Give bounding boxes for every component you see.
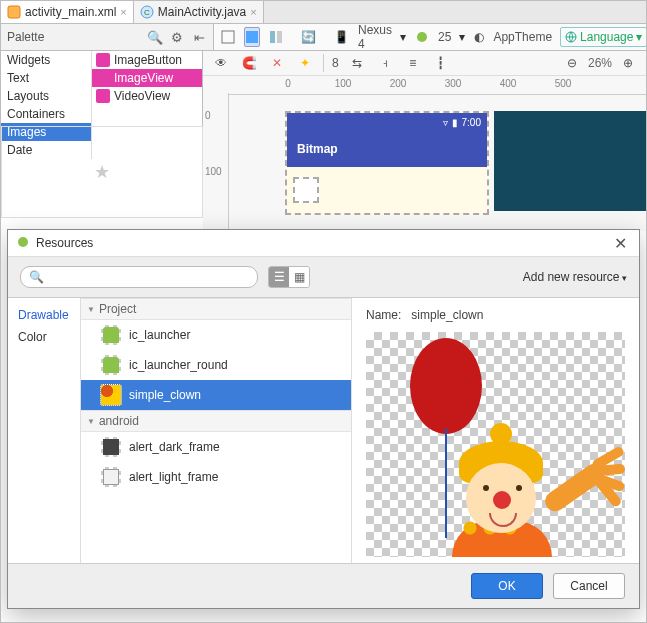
palette-cat-containers[interactable]: Containers xyxy=(1,105,91,123)
java-file-icon: C xyxy=(140,5,154,19)
api-selector[interactable]: 25 xyxy=(438,30,451,44)
add-new-resource[interactable]: Add new resource xyxy=(523,270,627,284)
group-header-project[interactable]: ▼Project xyxy=(81,298,351,320)
preview-name-value: simple_clown xyxy=(411,308,483,322)
android-icon xyxy=(414,27,430,47)
drawable-thumb-icon xyxy=(101,437,121,457)
resource-row[interactable]: alert_light_frame xyxy=(81,462,351,492)
dialog-footer: OK Cancel xyxy=(8,563,639,608)
app-icon xyxy=(16,235,30,252)
clown-nose xyxy=(493,491,511,509)
blueprint-preview[interactable] xyxy=(494,111,647,211)
resource-type-list: Drawable Color xyxy=(8,298,81,563)
app-title: Bitmap xyxy=(297,142,338,156)
resource-row[interactable]: ic_launcher xyxy=(81,320,351,350)
palette-item-imageview[interactable]: ImageView xyxy=(92,69,202,87)
resources-dialog: Resources ✕ 🔍 ☰ ▦ Add new resource Drawa… xyxy=(7,229,640,609)
align-icon[interactable]: ≡ xyxy=(403,53,423,73)
tab-label: MainActivity.java xyxy=(158,5,246,19)
svg-text:C: C xyxy=(144,8,150,17)
eye-icon[interactable]: 👁 xyxy=(211,53,231,73)
drawable-thumb-icon xyxy=(101,355,121,375)
ok-button[interactable]: OK xyxy=(471,573,543,599)
gear-icon[interactable]: ⚙ xyxy=(169,29,185,45)
split-view-toggle[interactable] xyxy=(268,27,284,47)
palette-item-imagebutton[interactable]: ImageButton xyxy=(92,51,202,69)
default-margin[interactable]: 8 xyxy=(332,56,339,70)
pack-icon[interactable]: ⫞ xyxy=(375,53,395,73)
file-tab-bar: activity_main.xml × C MainActivity.java … xyxy=(1,1,646,24)
tab-main-activity[interactable]: C MainActivity.java × xyxy=(134,1,264,23)
svg-point-9 xyxy=(18,237,28,247)
resource-row[interactable]: ic_launcher_round xyxy=(81,350,351,380)
preview-image xyxy=(366,332,625,557)
svg-rect-6 xyxy=(277,31,282,43)
preview-name-label: Name: xyxy=(366,308,401,322)
zoom-in-icon[interactable]: ⊕ xyxy=(618,53,638,73)
design-view-toggle[interactable] xyxy=(220,27,236,47)
device-icon: 📱 xyxy=(333,27,350,47)
close-icon[interactable]: × xyxy=(120,6,126,18)
app-bar: Bitmap xyxy=(287,131,487,167)
zoom-out-icon[interactable]: ⊖ xyxy=(562,53,582,73)
tab-label: activity_main.xml xyxy=(25,5,116,19)
drawable-thumb-icon xyxy=(101,385,121,405)
xml-file-icon xyxy=(7,5,21,19)
svg-rect-0 xyxy=(8,6,20,18)
theme-selector[interactable]: AppTheme xyxy=(493,30,552,44)
blueprint-view-toggle[interactable] xyxy=(244,27,260,47)
resource-preview-pane: Name: simple_clown xyxy=(352,298,639,563)
group-header-android[interactable]: ▼android xyxy=(81,410,351,432)
drop-placeholder[interactable] xyxy=(293,177,319,203)
drawable-thumb-icon xyxy=(101,467,121,487)
clown-balloon-string xyxy=(445,428,447,538)
close-icon[interactable]: ✕ xyxy=(610,234,631,253)
clown-hand xyxy=(585,451,625,497)
resource-list: ▼Project ic_launcher ic_launcher_round s… xyxy=(81,298,352,563)
palette-cat-widgets[interactable]: Widgets xyxy=(1,51,91,69)
language-selector[interactable]: Language▾ xyxy=(560,27,646,47)
search-input[interactable]: 🔍 xyxy=(20,266,258,288)
clear-constraints-icon[interactable]: ✕ xyxy=(267,53,287,73)
device-selector[interactable]: Nexus 4 xyxy=(358,24,392,50)
design-canvas[interactable]: 👁 🧲 ✕ ✦ 8 ⇆ ⫞ ≡ ┇ ⊖ 26% ⊕ 0 100 200 300 … xyxy=(203,51,646,231)
dialog-title: Resources xyxy=(36,236,604,250)
orientation-icon[interactable]: 🔄 xyxy=(300,27,317,47)
resource-type-color[interactable]: Color xyxy=(8,326,80,348)
palette-cat-text[interactable]: Text xyxy=(1,69,91,87)
infer-constraints-icon[interactable]: ✦ xyxy=(295,53,315,73)
palette-header: Palette 🔍 ⚙ ⇤ xyxy=(1,24,214,50)
close-icon[interactable]: × xyxy=(250,6,256,18)
palette-title: Palette xyxy=(7,30,141,44)
search-field[interactable] xyxy=(48,269,249,285)
margins-icon[interactable]: ⇆ xyxy=(347,53,367,73)
svg-rect-3 xyxy=(222,31,234,43)
dock-icon[interactable]: ⇤ xyxy=(191,29,207,45)
view-mode-toggle[interactable]: ☰ ▦ xyxy=(268,266,310,288)
palette-item-videoview[interactable]: VideoView xyxy=(92,87,202,105)
resource-type-drawable[interactable]: Drawable xyxy=(8,304,80,326)
designer-toolbar: 🔄 📱 Nexus 4▾ 25▾ ◐ AppTheme Language▾ ⤢ xyxy=(214,24,646,50)
palette-cat-layouts[interactable]: Layouts xyxy=(1,87,91,105)
svg-rect-4 xyxy=(246,31,258,43)
search-icon: 🔍 xyxy=(29,270,44,284)
star-icon: ★ xyxy=(94,161,110,183)
zoom-level: 26% xyxy=(588,56,612,70)
resource-row[interactable]: simple_clown xyxy=(81,380,351,410)
cancel-button[interactable]: Cancel xyxy=(553,573,625,599)
vertical-ruler: 0 100 xyxy=(203,93,229,231)
grid-view-icon[interactable]: ▦ xyxy=(289,267,309,287)
component-preview: ★ xyxy=(1,126,203,218)
theme-icon: ◐ xyxy=(473,27,485,47)
svg-point-7 xyxy=(417,32,427,42)
dialog-titlebar[interactable]: Resources ✕ xyxy=(8,230,639,257)
svg-rect-5 xyxy=(270,31,275,43)
search-icon[interactable]: 🔍 xyxy=(147,29,163,45)
wifi-icon: ▿ xyxy=(443,117,448,128)
clown-balloon xyxy=(410,338,482,434)
guidelines-icon[interactable]: ┇ xyxy=(431,53,451,73)
tab-activity-main[interactable]: activity_main.xml × xyxy=(1,1,134,23)
list-view-icon[interactable]: ☰ xyxy=(269,267,289,287)
magnet-icon[interactable]: 🧲 xyxy=(239,53,259,73)
resource-row[interactable]: alert_dark_frame xyxy=(81,432,351,462)
